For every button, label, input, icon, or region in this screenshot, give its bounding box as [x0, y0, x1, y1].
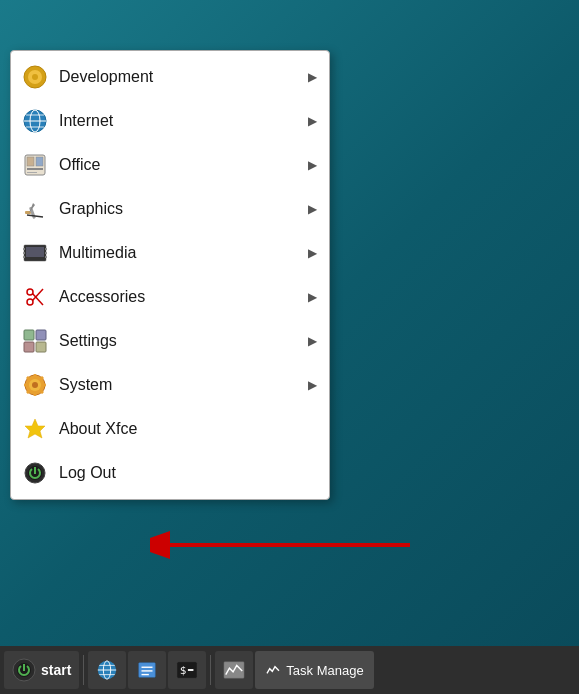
- menu-item-log-out[interactable]: Log Out: [11, 451, 329, 495]
- multimedia-icon: [21, 239, 49, 267]
- svg-point-35: [32, 382, 38, 388]
- monitor-icon: [223, 659, 245, 681]
- taskbar-terminal-button[interactable]: $: [168, 651, 206, 689]
- terminal-icon: $: [176, 659, 198, 681]
- svg-rect-37: [34, 392, 37, 396]
- svg-rect-64: [188, 669, 194, 671]
- svg-line-16: [27, 215, 43, 217]
- svg-rect-11: [27, 168, 43, 170]
- desktop: Development ▶ Internet ▶: [0, 0, 579, 694]
- about-xfce-icon: [21, 415, 49, 443]
- graphics-arrow: ▶: [308, 202, 317, 216]
- menu-item-office[interactable]: Office ▶: [11, 143, 329, 187]
- start-button[interactable]: start: [4, 651, 79, 689]
- start-icon: [12, 658, 36, 682]
- svg-rect-20: [23, 252, 25, 254]
- arrow-annotation: [150, 505, 430, 589]
- menu-item-development[interactable]: Development ▶: [11, 55, 329, 99]
- multimedia-label: Multimedia: [59, 244, 308, 262]
- svg-rect-19: [23, 248, 25, 250]
- svg-rect-31: [24, 342, 34, 352]
- multimedia-arrow: ▶: [308, 246, 317, 260]
- log-out-label: Log Out: [59, 464, 317, 482]
- development-label: Development: [59, 68, 308, 86]
- files-icon: [136, 659, 158, 681]
- menu-item-settings[interactable]: Settings ▶: [11, 319, 329, 363]
- start-label: start: [41, 662, 71, 678]
- browser-icon: [96, 659, 118, 681]
- system-label: System: [59, 376, 308, 394]
- log-out-icon: [21, 459, 49, 487]
- about-xfce-label: About Xfce: [59, 420, 317, 438]
- taskbar-browser-button[interactable]: [88, 651, 126, 689]
- context-menu: Development ▶ Internet ▶: [10, 50, 330, 500]
- development-icon: [21, 63, 49, 91]
- taskbar-monitor-button[interactable]: [215, 651, 253, 689]
- internet-icon: [21, 107, 49, 135]
- menu-item-multimedia[interactable]: Multimedia ▶: [11, 231, 329, 275]
- svg-rect-36: [34, 374, 37, 378]
- internet-label: Internet: [59, 112, 308, 130]
- office-arrow: ▶: [308, 158, 317, 172]
- accessories-label: Accessories: [59, 288, 308, 306]
- taskbar-files-button[interactable]: [128, 651, 166, 689]
- taskbar-separator-2: [210, 655, 211, 685]
- svg-rect-9: [27, 157, 34, 166]
- accessories-arrow: ▶: [308, 290, 317, 304]
- task-manager-icon: [265, 662, 281, 678]
- office-icon: [21, 151, 49, 179]
- menu-item-internet[interactable]: Internet ▶: [11, 99, 329, 143]
- settings-label: Settings: [59, 332, 308, 350]
- svg-rect-30: [36, 330, 46, 340]
- svg-rect-29: [24, 330, 34, 340]
- menu-item-graphics[interactable]: Graphics ▶: [11, 187, 329, 231]
- task-manager-label: Task Manage: [286, 663, 363, 678]
- system-icon: [21, 371, 49, 399]
- svg-rect-21: [23, 256, 25, 258]
- development-arrow: ▶: [308, 70, 317, 84]
- svg-rect-24: [45, 256, 47, 258]
- svg-rect-32: [36, 342, 46, 352]
- svg-rect-12: [27, 172, 37, 173]
- system-arrow: ▶: [308, 378, 317, 392]
- menu-item-system[interactable]: System ▶: [11, 363, 329, 407]
- taskbar-separator-1: [83, 655, 84, 685]
- svg-marker-44: [25, 419, 45, 438]
- settings-arrow: ▶: [308, 334, 317, 348]
- svg-text:$: $: [180, 664, 187, 677]
- svg-rect-18: [26, 247, 44, 257]
- svg-point-2: [32, 74, 38, 80]
- office-label: Office: [59, 156, 308, 174]
- settings-icon: [21, 327, 49, 355]
- graphics-label: Graphics: [59, 200, 308, 218]
- menu-item-about-xfce[interactable]: About Xfce: [11, 407, 329, 451]
- graphics-icon: [21, 195, 49, 223]
- svg-rect-39: [42, 384, 46, 387]
- taskbar-task-manager[interactable]: Task Manage: [255, 651, 373, 689]
- svg-rect-23: [45, 252, 47, 254]
- svg-rect-10: [36, 157, 43, 166]
- menu-item-accessories[interactable]: Accessories ▶: [11, 275, 329, 319]
- taskbar: start $: [0, 646, 579, 694]
- svg-rect-38: [24, 384, 28, 387]
- accessories-icon: [21, 283, 49, 311]
- svg-rect-22: [45, 248, 47, 250]
- internet-arrow: ▶: [308, 114, 317, 128]
